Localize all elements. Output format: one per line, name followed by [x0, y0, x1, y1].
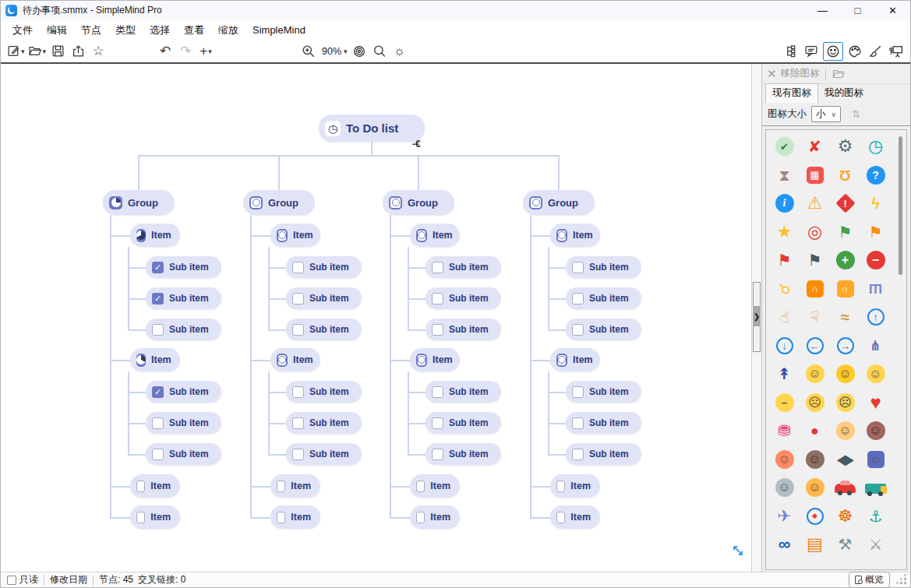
resize-grip[interactable] [898, 576, 907, 585]
remove-icon-button[interactable]: 移除图标 [781, 67, 820, 80]
node-subitem-2-1-2[interactable]: Sub item [286, 287, 362, 309]
tab-my-icons[interactable]: 我的图标 [818, 84, 870, 103]
checkbox-checked-icon[interactable]: ✓ [152, 293, 164, 305]
favorite-button[interactable]: ☆ [90, 42, 107, 61]
checkbox-unchecked-icon[interactable] [572, 386, 584, 398]
question-icon[interactable]: ? [860, 161, 891, 190]
checkbox-unchecked-icon[interactable] [432, 324, 443, 336]
node-item-3-1[interactable]: Item [410, 224, 460, 247]
format-painter-button[interactable] [867, 42, 884, 61]
compass-icon[interactable]: ◆ [800, 502, 830, 531]
menu-item-3[interactable]: 类型 [108, 22, 143, 39]
checkbox-unchecked-icon[interactable] [416, 481, 425, 492]
checkbox-unchecked-icon[interactable] [572, 324, 584, 336]
node-item-2-1[interactable]: Item [270, 224, 320, 247]
menu-item-6[interactable]: 缩放 [211, 22, 245, 39]
plane-icon[interactable]: ✈ [769, 502, 800, 531]
dagger-icon[interactable]: ⚔ [860, 530, 891, 559]
node-item-2-4[interactable]: Item [270, 505, 320, 529]
redo-button[interactable]: ↷ [177, 42, 194, 61]
checkbox-unchecked-icon[interactable] [292, 293, 304, 305]
woman-redhead-icon[interactable]: ☺ [769, 445, 800, 474]
checkbox-unchecked-icon[interactable] [152, 449, 164, 460]
binoculars-icon[interactable]: ∞ [769, 530, 800, 559]
checkbox-unchecked-icon[interactable] [292, 324, 304, 336]
checkbox-unchecked-icon[interactable] [572, 293, 584, 305]
lock-icon[interactable]: ∩ [800, 275, 830, 304]
balloon-icon[interactable]: ● [800, 417, 830, 445]
calendar-icon[interactable]: ▦ [800, 161, 830, 190]
icons-panel-button[interactable] [823, 42, 843, 61]
node-item-4-3[interactable]: Item [550, 474, 600, 498]
node-subitem-2-1-1[interactable]: Sub item [286, 256, 362, 278]
key-icon[interactable]: ⚲ [769, 275, 800, 304]
outline-view-button[interactable] [782, 42, 800, 61]
remove-icon-x-icon[interactable]: ✕ [767, 67, 777, 81]
checkbox-unchecked-icon[interactable] [277, 512, 285, 523]
thumbs-up-icon[interactable]: ☝ [769, 303, 800, 332]
node-subitem-2-1-3[interactable]: Sub item [286, 319, 362, 340]
node-item-3-4[interactable]: Item [410, 505, 460, 529]
info-icon[interactable]: i [769, 189, 800, 218]
overview-button[interactable]: 概览 [849, 572, 890, 588]
node-subitem-1-1-3[interactable]: Sub item [146, 319, 221, 340]
node-subitem-3-2-2[interactable]: Sub item [425, 412, 501, 434]
bell-icon[interactable]: Ω [830, 161, 860, 190]
woman-dark-icon[interactable]: ☺ [800, 445, 830, 474]
arrow-down-icon[interactable]: ↓ [769, 332, 800, 361]
checkbox-unchecked-icon[interactable] [136, 481, 145, 492]
zoom-level-dropdown[interactable]: 90% ▾ [320, 42, 348, 61]
checkbox-unchecked-icon[interactable] [277, 481, 285, 492]
flag-green-icon[interactable]: ⚑ [830, 218, 860, 247]
unlock-icon[interactable]: ∩ [830, 275, 860, 304]
star-icon[interactable]: ★ [769, 218, 800, 247]
new-document-button[interactable]: ▾ [7, 42, 25, 61]
gear-icon[interactable]: ⚙ [830, 132, 860, 161]
panel-scrollbar[interactable] [899, 136, 902, 275]
heart-icon[interactable]: ♥ [860, 389, 891, 417]
readonly-checkbox[interactable] [7, 576, 16, 585]
share-button[interactable] [69, 42, 87, 61]
neutral-icon[interactable]: – [769, 389, 800, 417]
plus-icon[interactable]: + [830, 246, 860, 275]
worker-icon[interactable]: ☺ [800, 474, 830, 502]
node-item-4-2[interactable]: Item [550, 348, 600, 371]
open-button[interactable]: ▾ [28, 42, 47, 61]
node-item-4-4[interactable]: Item [550, 505, 600, 529]
man-suit-icon[interactable]: ☺ [769, 474, 800, 502]
checkbox-unchecked-icon[interactable] [572, 262, 584, 273]
boy-icon[interactable]: ☺ [830, 417, 860, 445]
save-button[interactable] [49, 42, 66, 61]
target-icon[interactable]: ◎ [800, 218, 830, 247]
icon-size-select[interactable]: 小 ∨ [811, 106, 841, 122]
trash-icon[interactable]: Ш [860, 275, 891, 304]
arrow-up-icon[interactable]: ↑ [860, 303, 891, 332]
node-item-4-1[interactable]: Item [550, 224, 600, 247]
arrow-right-icon[interactable]: → [830, 332, 860, 361]
checkbox-unchecked-icon[interactable] [432, 417, 443, 429]
graduation-cap-icon[interactable]: ◆ [830, 445, 860, 474]
node-item-1-3[interactable]: Item [130, 474, 180, 498]
node-subitem-4-2-3[interactable]: Sub item [566, 443, 641, 465]
node-item-3-2[interactable]: Item [410, 348, 460, 371]
node-item-1-2[interactable]: Item [130, 348, 180, 371]
flag-orange-icon[interactable]: ⚑ [860, 218, 891, 247]
add-node-button[interactable]: + ▾ [197, 42, 214, 61]
node-subitem-2-2-3[interactable]: Sub item [286, 443, 362, 465]
node-subitem-2-2-2[interactable]: Sub item [286, 412, 362, 434]
checkbox-unchecked-icon[interactable] [432, 449, 443, 460]
checkbox-unchecked-icon[interactable] [292, 386, 304, 398]
lightning-icon[interactable]: ϟ [860, 189, 891, 218]
presentation-button[interactable] [887, 42, 904, 61]
cake-icon[interactable]: ⛃ [769, 417, 800, 445]
collapse-marker[interactable]: -€ [412, 139, 421, 150]
checkbox-unchecked-icon[interactable] [556, 512, 565, 523]
checkbox-unchecked-icon[interactable] [292, 417, 304, 429]
node-subitem-4-1-3[interactable]: Sub item [566, 319, 641, 340]
checkbox-unchecked-icon[interactable] [136, 512, 145, 523]
suggestions-button[interactable]: ☼ [391, 42, 408, 61]
checkbox-unchecked-icon[interactable] [292, 449, 304, 460]
tab-stock-icons[interactable]: 现有图标 [765, 83, 818, 103]
checkbox-unchecked-icon[interactable] [432, 293, 443, 305]
node-item-1-4[interactable]: Item [130, 505, 180, 529]
